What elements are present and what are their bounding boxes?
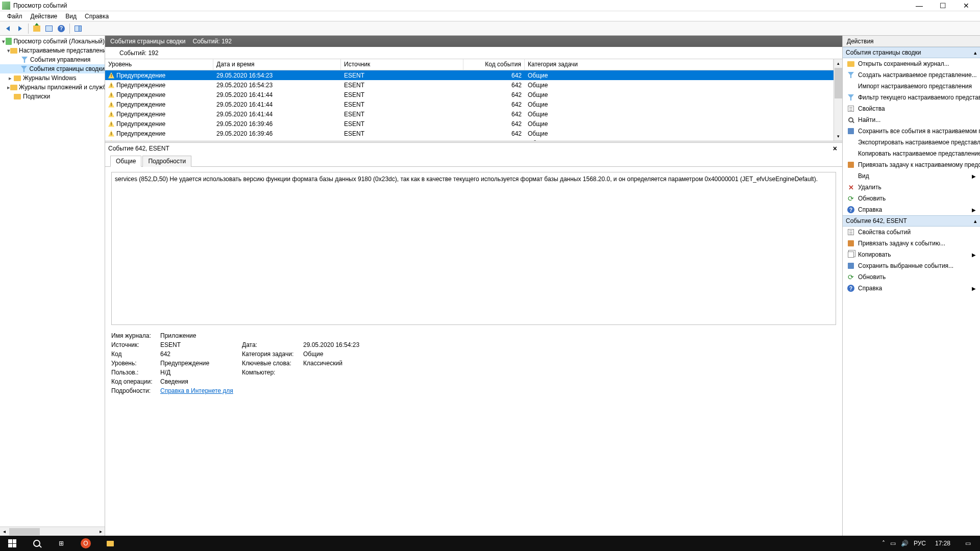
tree-hscrollbar[interactable]: ◂▸ — [0, 527, 105, 536]
link-online-help[interactable]: Справка в Интернете для — [160, 387, 233, 394]
warning-icon — [108, 121, 114, 127]
cell-level: Предупреждение — [116, 120, 165, 128]
action-label: Привязать задачу к настраиваемому предст… — [858, 161, 980, 168]
filter-row: Событий: 192 — [105, 47, 842, 59]
action-help-1[interactable]: ?Справка▶ — [843, 204, 980, 215]
action-refresh-1[interactable]: ⟳Обновить — [843, 193, 980, 204]
action-open-saved-log[interactable]: Открыть сохраненный журнал... — [843, 58, 980, 69]
action-copy-view[interactable]: Копировать настраиваемое представление..… — [843, 148, 980, 159]
cell-code: 642 — [463, 130, 525, 137]
help-icon: ? — [847, 285, 854, 292]
tray-chevron-icon[interactable]: ˄ — [882, 540, 885, 547]
menu-file[interactable]: Файл — [3, 12, 27, 21]
tray-volume-icon[interactable]: 🔊 — [901, 540, 909, 547]
col-category[interactable]: Категория задачи — [525, 59, 834, 70]
action-attach-task-event[interactable]: Привязать задачу к событию... — [843, 238, 980, 249]
action-save-all[interactable]: Сохранить все события в настраиваемом пр… — [843, 126, 980, 137]
list-row[interactable]: Предупреждение29.05.2020 16:41:44ESENT64… — [105, 109, 834, 119]
action-refresh-2[interactable]: ⟳Обновить — [843, 271, 980, 283]
col-code[interactable]: Код события — [463, 59, 525, 70]
list-vscrollbar[interactable]: ▴▾ — [834, 59, 842, 141]
taskbar-search[interactable] — [24, 536, 49, 551]
taskbar-app-2[interactable] — [98, 536, 122, 551]
list-row[interactable]: Предупреждение29.05.2020 16:39:43ESENT64… — [105, 138, 834, 141]
col-datetime[interactable]: Дата и время — [213, 59, 341, 70]
action-attach-task-view[interactable]: Привязать задачу к настраиваемому предст… — [843, 159, 980, 170]
tree-subscriptions[interactable]: Подписки — [0, 92, 105, 101]
tree-custom-views[interactable]: ▾Настраиваемые представления — [0, 46, 105, 55]
minimize-button[interactable]: — — [908, 0, 931, 11]
cell-code: 642 — [463, 91, 525, 98]
actions-section-1[interactable]: События страницы сводки▴ — [843, 47, 980, 58]
toolbar-help[interactable]: ? — [56, 23, 67, 34]
cell-category: Общие — [525, 101, 834, 108]
taskbar-start[interactable] — [0, 536, 24, 551]
action-event-properties[interactable]: Свойства событий — [843, 227, 980, 238]
list-row[interactable]: Предупреждение29.05.2020 16:41:44ESENT64… — [105, 90, 834, 99]
action-properties[interactable]: Свойства — [843, 103, 980, 114]
filter-count: Событий: 192 — [119, 49, 158, 57]
detail-close-button[interactable]: × — [831, 144, 839, 153]
action-label: Свойства — [858, 105, 885, 112]
action-label: Фильтр текущего настраиваемого представл… — [858, 94, 980, 101]
action-delete[interactable]: ✕Удалить — [843, 182, 980, 193]
action-help-2[interactable]: ?Справка▶ — [843, 283, 980, 294]
action-save-selected[interactable]: Сохранить выбранные события... — [843, 260, 980, 271]
taskbar-notifications[interactable]: ▭ — [955, 536, 980, 551]
action-export[interactable]: Экспортировать настраиваемое представлен… — [843, 137, 980, 148]
action-view[interactable]: Вид▶ — [843, 170, 980, 182]
tray-lang[interactable]: РУС — [914, 540, 926, 547]
cell-code: 642 — [463, 140, 525, 141]
action-label: Создать настраиваемое представление... — [858, 71, 977, 79]
tree-label: События управления — [30, 56, 90, 63]
action-find[interactable]: Найти... — [843, 114, 980, 126]
taskbar-taskview[interactable]: ⊞ — [49, 536, 74, 551]
action-import-custom-view[interactable]: Импорт настраиваемого представления — [843, 81, 980, 92]
cell-level: Предупреждение — [116, 130, 165, 137]
menu-action[interactable]: Действие — [27, 12, 62, 21]
col-level[interactable]: Уровень — [105, 59, 213, 70]
taskbar-tray[interactable]: ˄ ▭ 🔊 РУС — [878, 540, 930, 547]
list-row[interactable]: Предупреждение29.05.2020 16:39:46ESENT64… — [105, 129, 834, 138]
close-button[interactable]: ✕ — [954, 0, 978, 11]
tree-root[interactable]: ▾Просмотр событий (Локальный) — [0, 37, 105, 46]
toolbar-pane-1[interactable] — [43, 23, 55, 34]
tab-details[interactable]: Подробности — [142, 156, 191, 167]
toolbar-up[interactable] — [31, 23, 42, 34]
col-source[interactable]: Источник — [341, 59, 463, 70]
toolbar-forward[interactable] — [14, 23, 26, 34]
search-icon — [33, 540, 40, 547]
tree-admin-events[interactable]: События управления — [0, 55, 105, 64]
tree-windows-logs[interactable]: ▸Журналы Windows — [0, 73, 105, 83]
maximize-button[interactable]: ☐ — [931, 0, 954, 11]
list-row[interactable]: Предупреждение29.05.2020 16:54:23ESENT64… — [105, 80, 834, 90]
cell-level: Предупреждение — [116, 82, 165, 89]
actions-section-2[interactable]: Событие 642, ESENT▴ — [843, 215, 980, 227]
label-log-name: Имя журнала: — [111, 332, 160, 339]
arrow-right-icon — [18, 26, 22, 31]
value-code: 642 — [160, 350, 242, 358]
save-icon — [848, 263, 854, 269]
list-row[interactable]: Предупреждение29.05.2020 16:39:46ESENT64… — [105, 119, 834, 129]
tree-app-service-logs[interactable]: ▸Журналы приложений и служб — [0, 83, 105, 92]
toolbar-pane-2[interactable] — [72, 23, 84, 34]
cell-category: Общие — [525, 130, 834, 137]
action-copy[interactable]: Копировать▶ — [843, 249, 980, 260]
taskbar-clock[interactable]: 17:28 — [930, 540, 955, 547]
taskbar: ⊞ O ˄ ▭ 🔊 РУС 17:28 ▭ — [0, 536, 980, 551]
detail-tabs: Общие Подробности — [105, 155, 842, 167]
list-row[interactable]: Предупреждение29.05.2020 16:54:23ESENT64… — [105, 70, 834, 80]
list-row[interactable]: Предупреждение29.05.2020 16:41:44ESENT64… — [105, 99, 834, 109]
tray-network-icon[interactable]: ▭ — [890, 540, 896, 547]
action-create-custom-view[interactable]: Создать настраиваемое представление... — [843, 69, 980, 81]
menu-view[interactable]: Вид — [61, 12, 81, 21]
action-label: Импорт настраиваемого представления — [858, 83, 972, 90]
tree-summary-events[interactable]: События страницы сводки — [0, 64, 105, 73]
toolbar-back[interactable] — [2, 23, 13, 34]
action-filter-current[interactable]: Фильтр текущего настраиваемого представл… — [843, 92, 980, 103]
taskbar-app-1[interactable]: O — [81, 538, 91, 548]
list-header: Уровень Дата и время Источник Код событи… — [105, 59, 834, 70]
actions-title: Действия — [843, 36, 980, 47]
menu-help[interactable]: Справка — [81, 12, 113, 21]
tab-general[interactable]: Общие — [110, 156, 141, 167]
